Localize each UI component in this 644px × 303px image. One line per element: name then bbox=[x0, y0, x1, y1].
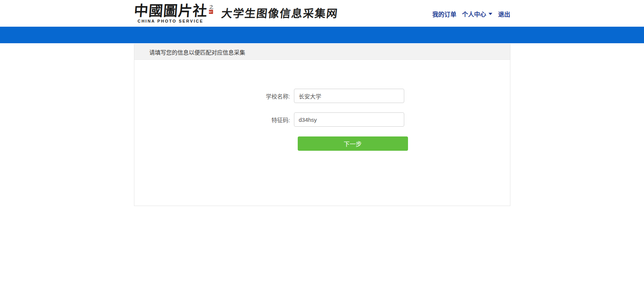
school-name-input[interactable] bbox=[294, 89, 404, 103]
seal-block: 之 图片 bbox=[209, 5, 213, 14]
school-name-label: 学校名称: bbox=[134, 92, 294, 100]
primary-navbar bbox=[0, 27, 644, 43]
red-seal-stamp-icon: 图片 bbox=[209, 10, 213, 14]
page-header: 中國圖片社 CHINA PHOTO SERVICE 之 图片 大学生图像信息采集… bbox=[0, 0, 644, 27]
submit-row: 下一步 bbox=[134, 136, 510, 151]
panel-body: 学校名称: 特征码: 下一步 bbox=[134, 60, 510, 206]
nav-personal-center-dropdown[interactable]: 个人中心 bbox=[462, 9, 492, 18]
school-name-row: 学校名称: bbox=[134, 60, 510, 103]
brand-chinese-calligraphy: 中國圖片社 bbox=[133, 3, 208, 18]
top-nav: 我的订单 个人中心 退出 bbox=[432, 9, 510, 18]
panel-heading: 请填写您的信息以便匹配对应信息采集 bbox=[134, 44, 510, 60]
nav-my-orders-link[interactable]: 我的订单 bbox=[432, 9, 456, 18]
nav-personal-center-link[interactable]: 个人中心 bbox=[462, 9, 486, 18]
content-container: 请填写您的信息以便匹配对应信息采集 学校名称: 特征码: 下一步 bbox=[134, 44, 510, 206]
submit-row-spacer bbox=[134, 136, 298, 151]
next-step-button[interactable]: 下一步 bbox=[298, 136, 408, 151]
feature-code-input[interactable] bbox=[294, 112, 404, 127]
site-title-calligraphy: 大学生图像信息采集网 bbox=[221, 7, 339, 20]
feature-code-label: 特征码: bbox=[134, 116, 294, 124]
header-inner: 中國圖片社 CHINA PHOTO SERVICE 之 图片 大学生图像信息采集… bbox=[134, 0, 510, 27]
site-logo[interactable]: 中國圖片社 CHINA PHOTO SERVICE 之 图片 大学生图像信息采集… bbox=[134, 3, 338, 23]
match-info-panel: 请填写您的信息以便匹配对应信息采集 学校名称: 特征码: 下一步 bbox=[134, 44, 510, 206]
calligraphy-signature: 之 bbox=[209, 5, 213, 9]
nav-logout-link[interactable]: 退出 bbox=[498, 9, 510, 18]
panel-heading-text: 请填写您的信息以便匹配对应信息采集 bbox=[149, 48, 245, 56]
feature-code-row: 特征码: bbox=[134, 112, 510, 127]
chevron-down-icon bbox=[489, 13, 492, 15]
brand-block: 中國圖片社 CHINA PHOTO SERVICE bbox=[134, 3, 207, 23]
brand-english-label: CHINA PHOTO SERVICE bbox=[137, 19, 203, 23]
